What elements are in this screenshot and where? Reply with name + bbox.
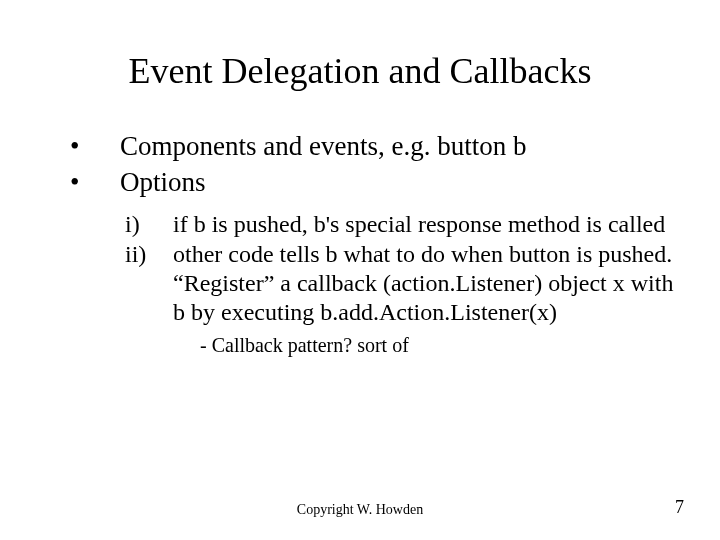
sub-list: i) if b is pushed, b's special response … [125, 210, 680, 328]
bullet-mark: • [70, 166, 120, 200]
bullet-mark: • [70, 130, 120, 164]
sub-note: - Callback pattern? sort of [200, 334, 680, 357]
list-item: • Options [70, 166, 680, 200]
bullet-list: • Components and events, e.g. button b •… [70, 130, 680, 357]
footer-copyright: Copyright W. Howden [0, 502, 720, 518]
sub-mark: ii) [125, 240, 173, 328]
bullet-text: Options [120, 166, 206, 200]
list-item: ii) other code tells b what to do when b… [125, 240, 680, 328]
sub-text: other code tells b what to do when butto… [173, 240, 680, 328]
slide-title: Event Delegation and Callbacks [40, 50, 680, 92]
list-item: • Components and events, e.g. button b [70, 130, 680, 164]
sub-text: if b is pushed, b's special response met… [173, 210, 665, 239]
list-item: i) if b is pushed, b's special response … [125, 210, 680, 239]
bullet-text: Components and events, e.g. button b [120, 130, 526, 164]
sub-mark: i) [125, 210, 173, 239]
page-number: 7 [675, 497, 684, 518]
